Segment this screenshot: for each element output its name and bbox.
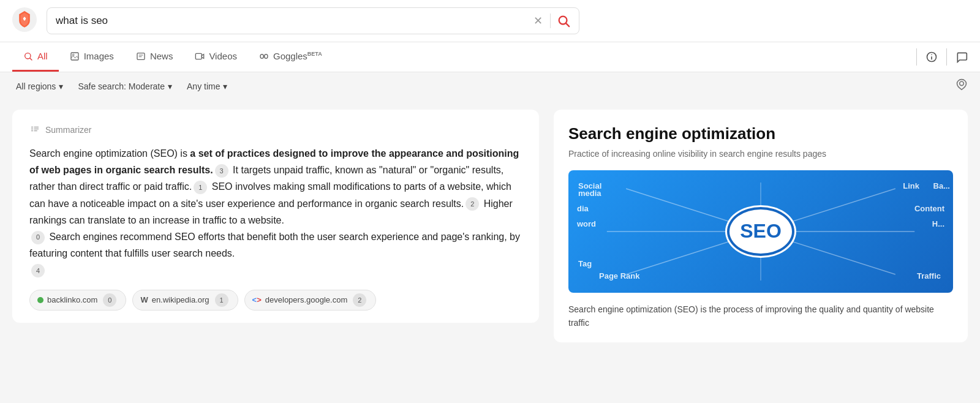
clear-button[interactable]: ✕ bbox=[532, 13, 544, 29]
svg-line-2 bbox=[566, 23, 569, 26]
regions-chevron: ▾ bbox=[59, 81, 63, 91]
tab-goggles[interactable]: GogglesBETA bbox=[248, 42, 333, 72]
knowledge-card: Search engine optimization Practice of i… bbox=[554, 110, 968, 342]
nav-tabs: All Images News Videos GogglesBETA bbox=[0, 42, 980, 72]
wikipedia-label: en.wikipedia.org bbox=[152, 295, 209, 304]
time-chevron: ▾ bbox=[223, 81, 227, 91]
videos-icon bbox=[195, 51, 205, 61]
brave-logo bbox=[12, 7, 37, 34]
safe-search-filter[interactable]: Safe search: Moderate ▾ bbox=[74, 79, 176, 94]
img-word-h: H... bbox=[932, 219, 944, 228]
svg-rect-7 bbox=[137, 53, 145, 59]
img-word-media: media bbox=[578, 189, 601, 198]
summarizer-card: Summarizer Search engine optimization (S… bbox=[12, 110, 539, 323]
seo-label: SEO bbox=[740, 220, 782, 243]
all-icon bbox=[23, 51, 33, 61]
knowledge-title: Search engine optimization bbox=[568, 124, 953, 143]
summary-part5: Search engines recommend SEO efforts tha… bbox=[29, 232, 520, 258]
regions-label: All regions bbox=[16, 81, 56, 91]
time-filter[interactable]: Any time ▾ bbox=[183, 79, 231, 94]
clear-icon: ✕ bbox=[533, 14, 543, 28]
img-word-tag: Tag bbox=[578, 259, 592, 268]
nav-divider bbox=[916, 48, 917, 66]
search-icon bbox=[557, 14, 570, 28]
citation-1[interactable]: 1 bbox=[194, 181, 207, 194]
beta-badge: BETA bbox=[307, 51, 322, 57]
knowledge-subtitle: Practice of increasing online visibility… bbox=[568, 148, 953, 160]
safe-search-chevron: ▾ bbox=[168, 81, 172, 91]
svg-point-12 bbox=[265, 54, 268, 58]
sources-row: backlinko.com 0 W en.wikipedia.org 1 <> … bbox=[29, 290, 522, 311]
info-icon bbox=[925, 51, 938, 63]
img-word-pagerank: Page Rank bbox=[599, 271, 639, 281]
summary-part1: Search engine optimization (SEO) is bbox=[29, 148, 190, 159]
tab-goggles-label: GogglesBETA bbox=[273, 51, 322, 61]
search-button[interactable] bbox=[557, 14, 570, 28]
search-input[interactable] bbox=[56, 15, 526, 27]
safe-search-label: Safe search: Moderate bbox=[78, 81, 165, 91]
main-content: Summarizer Search engine optimization (S… bbox=[0, 100, 980, 403]
tab-videos-label: Videos bbox=[209, 51, 237, 61]
img-word-traffic: Traffic bbox=[917, 271, 941, 281]
img-word-dia: dia bbox=[577, 204, 589, 213]
wikipedia-count: 1 bbox=[215, 293, 228, 307]
svg-rect-5 bbox=[71, 53, 78, 60]
filter-bar: All regions ▾ Safe search: Moderate ▾ An… bbox=[0, 72, 980, 100]
svg-line-4 bbox=[30, 58, 32, 59]
tab-news-label: News bbox=[150, 51, 173, 61]
tab-videos[interactable]: Videos bbox=[184, 42, 248, 72]
info-button[interactable] bbox=[925, 51, 938, 63]
source-wikipedia[interactable]: W en.wikipedia.org 1 bbox=[132, 290, 238, 311]
feedback-icon bbox=[956, 51, 968, 63]
summarizer-icon bbox=[29, 124, 40, 135]
svg-point-17 bbox=[960, 81, 964, 86]
google-label: developers.google.com bbox=[265, 295, 347, 304]
google-count: 2 bbox=[353, 293, 366, 307]
wikipedia-w: W bbox=[140, 295, 148, 304]
summary-text: Search engine optimization (SEO) is a se… bbox=[29, 145, 522, 279]
seo-bubble: SEO bbox=[727, 207, 794, 256]
nav-right-actions bbox=[916, 48, 968, 66]
tab-news[interactable]: News bbox=[125, 42, 184, 72]
time-label: Any time bbox=[187, 81, 220, 91]
img-word-link: Link bbox=[903, 181, 919, 190]
svg-point-6 bbox=[72, 54, 74, 56]
nav-divider2 bbox=[946, 48, 947, 66]
summarizer-title: Summarizer bbox=[45, 125, 91, 135]
regions-filter[interactable]: All regions ▾ bbox=[12, 79, 67, 94]
svg-rect-10 bbox=[196, 53, 202, 59]
google-icon-text: <> bbox=[252, 295, 262, 304]
location-icon bbox=[956, 78, 968, 91]
tab-all[interactable]: All bbox=[12, 42, 59, 72]
svg-point-16 bbox=[931, 54, 932, 55]
tab-images-label: Images bbox=[84, 51, 114, 61]
img-word-word: word bbox=[577, 219, 596, 228]
summarizer-header: Summarizer bbox=[29, 124, 522, 135]
backlinko-dot bbox=[37, 297, 43, 303]
knowledge-description: Search engine optimization (SEO) is the … bbox=[568, 303, 953, 330]
citation-4[interactable]: 4 bbox=[31, 264, 45, 277]
img-word-ba: Ba... bbox=[933, 181, 950, 190]
knowledge-image: Social media Link Ba... dia Tag Page Ran… bbox=[568, 170, 953, 293]
feedback-button[interactable] bbox=[956, 51, 968, 63]
source-google[interactable]: <> developers.google.com 2 bbox=[244, 290, 377, 311]
citation-0[interactable]: 0 bbox=[31, 231, 45, 244]
tab-images[interactable]: Images bbox=[59, 42, 125, 72]
news-icon bbox=[136, 51, 146, 61]
tab-all-label: All bbox=[37, 51, 48, 61]
images-icon bbox=[70, 51, 80, 61]
svg-point-11 bbox=[260, 54, 263, 58]
search-bar[interactable]: ✕ bbox=[47, 7, 579, 34]
header: ✕ bbox=[0, 0, 980, 42]
search-divider bbox=[550, 13, 551, 28]
citation-2[interactable]: 2 bbox=[466, 197, 479, 211]
citation-3[interactable]: 3 bbox=[215, 164, 228, 178]
location-button[interactable] bbox=[956, 78, 968, 94]
img-word-content: Content bbox=[914, 204, 944, 213]
right-panel: Search engine optimization Practice of i… bbox=[539, 100, 968, 403]
backlinko-label: backlinko.com bbox=[47, 295, 97, 304]
left-panel: Summarizer Search engine optimization (S… bbox=[12, 100, 539, 403]
backlinko-count: 0 bbox=[103, 293, 116, 307]
goggles-icon bbox=[259, 51, 269, 61]
source-backlinko[interactable]: backlinko.com 0 bbox=[29, 290, 126, 311]
